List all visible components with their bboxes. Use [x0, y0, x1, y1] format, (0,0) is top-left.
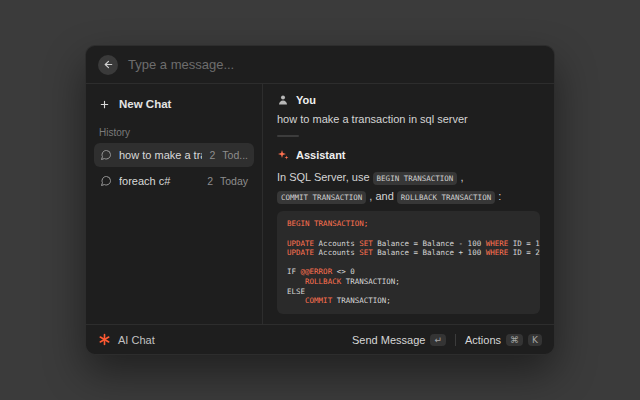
user-avatar-icon [277, 94, 289, 106]
desktop-background: Type a message... New Chat History how t… [0, 0, 640, 400]
topbar: Type a message... [86, 46, 554, 84]
code-line [287, 229, 530, 239]
inline-code-commit-transaction: COMMIT TRANSACTION [277, 191, 366, 204]
code-line: UPDATE Accounts SET Balance = Balance + … [287, 248, 530, 258]
send-message-label: Send Message [352, 334, 425, 346]
intro-sep1: , [457, 171, 463, 183]
inline-code-rollback-transaction: ROLLBACK TRANSACTION [397, 191, 495, 204]
user-message-text: how to make a transaction in sql server [277, 113, 540, 125]
assistant-name: Assistant [296, 149, 346, 161]
message-divider [277, 135, 299, 137]
history-item-date: Tod... [222, 149, 248, 161]
actions-label: Actions [465, 334, 501, 346]
code-line: UPDATE Accounts SET Balance = Balance - … [287, 239, 530, 249]
assistant-message: Assistant In SQL Server, use BEGIN TRANS… [277, 149, 540, 324]
ai-chat-logo-icon [98, 333, 111, 346]
send-message-button[interactable]: Send Message ↵ [352, 334, 446, 346]
message-input[interactable]: Type a message... [128, 57, 542, 72]
actions-button[interactable]: Actions ⌘ K [465, 334, 542, 346]
code-line: ELSE [287, 287, 530, 297]
intro-sep3: : [495, 190, 501, 202]
history-item-title: how to make a transa... [119, 149, 202, 161]
user-message-header: You [277, 94, 540, 106]
status-bar: AI Chat Send Message ↵ Actions ⌘ K [86, 324, 554, 354]
window-content: New Chat History how to make a transa...… [86, 84, 554, 324]
intro-sep2: , and [366, 190, 397, 202]
ai-chat-window: Type a message... New Chat History how t… [85, 45, 555, 355]
history-heading: History [99, 127, 249, 138]
assistant-sparkle-icon [277, 149, 289, 161]
code-line [287, 258, 530, 268]
new-chat-button[interactable]: New Chat [94, 92, 254, 116]
code-line: IF @@ERROR <> 0 [287, 267, 530, 277]
statusbar-actions: Send Message ↵ Actions ⌘ K [352, 334, 542, 346]
plus-icon [99, 99, 110, 110]
history-item-count: 2 [209, 149, 215, 161]
chat-bubble-icon [100, 175, 112, 187]
history-item-title: foreach c# [119, 175, 200, 187]
history-item-date: Today [220, 175, 248, 187]
assistant-message-header: Assistant [277, 149, 540, 161]
back-button[interactable] [98, 55, 118, 75]
assistant-intro-text: In SQL Server, use BEGIN TRANSACTION , C… [277, 168, 540, 205]
arrow-left-icon [103, 59, 114, 70]
code-line: BEGIN TRANSACTION; [287, 219, 530, 229]
history-item[interactable]: foreach c# 2 Today [94, 169, 254, 193]
chat-panel: You how to make a transaction in sql ser… [263, 84, 554, 324]
statusbar-separator [455, 334, 456, 346]
k-key: K [528, 334, 542, 346]
enter-key-icon: ↵ [430, 334, 446, 346]
inline-code-begin-transaction: BEGIN TRANSACTION [373, 172, 458, 185]
app-identity: AI Chat [98, 333, 155, 346]
code-line: ROLLBACK TRANSACTION; [287, 277, 530, 287]
code-line: COMMIT TRANSACTION; [287, 296, 530, 306]
app-name: AI Chat [118, 334, 155, 346]
history-item-count: 2 [207, 175, 213, 187]
user-name: You [296, 94, 316, 106]
sql-code-block[interactable]: BEGIN TRANSACTION; UPDATE Accounts SET B… [277, 211, 540, 313]
new-chat-label: New Chat [119, 98, 171, 110]
chat-bubble-icon [100, 149, 112, 161]
history-list: how to make a transa... 2 Tod... foreach… [94, 143, 254, 195]
user-message: You how to make a transaction in sql ser… [277, 94, 540, 125]
command-key-icon: ⌘ [506, 334, 523, 346]
sidebar: New Chat History how to make a transa...… [86, 84, 263, 324]
intro-lead: In SQL Server, use [277, 171, 373, 183]
history-item[interactable]: how to make a transa... 2 Tod... [94, 143, 254, 167]
